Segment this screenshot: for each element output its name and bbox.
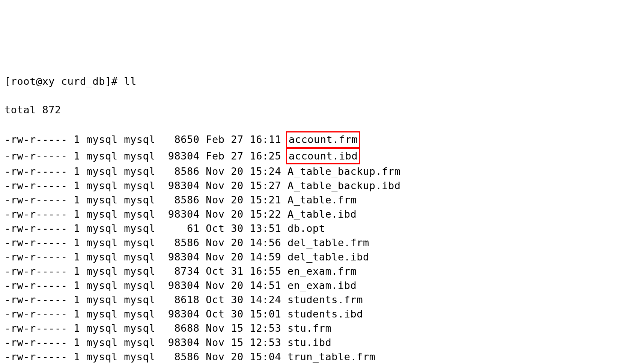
file-row: -rw-r----- 1 mysql mysql 8734 Oct 31 16:… (5, 264, 621, 278)
file-meta: -rw-r----- 1 mysql mysql 8586 Nov 20 15:… (5, 165, 287, 177)
shell-prompt: [root@xy curd_db]# (5, 75, 124, 87)
file-meta: -rw-r----- 1 mysql mysql 61 Oct 30 13:51 (5, 223, 287, 234)
file-meta: -rw-r----- 1 mysql mysql 98304 Nov 20 14… (5, 251, 287, 263)
prompt-line-1: [root@xy curd_db]# ll (5, 74, 621, 89)
file-name: students.frm (287, 294, 363, 305)
file-name: stu.frm (287, 322, 331, 334)
file-meta: -rw-r----- 1 mysql mysql 8618 Oct 30 14:… (5, 294, 287, 305)
terminal-window[interactable]: [root@xy curd_db]# ll total 872 -rw-r---… (5, 60, 621, 364)
file-name: A_table.frm (287, 194, 357, 206)
file-meta: -rw-r----- 1 mysql mysql 98304 Oct 30 15… (5, 308, 287, 320)
file-row: -rw-r----- 1 mysql mysql 98304 Nov 20 15… (5, 207, 621, 221)
file-name: en_exam.frm (287, 265, 357, 277)
file-meta: -rw-r----- 1 mysql mysql 98304 Nov 20 15… (5, 208, 287, 220)
file-row: -rw-r----- 1 mysql mysql 8586 Nov 20 15:… (5, 350, 621, 364)
file-meta: -rw-r----- 1 mysql mysql 8586 Nov 20 15:… (5, 194, 287, 206)
file-row: -rw-r----- 1 mysql mysql 8586 Nov 20 15:… (5, 193, 621, 207)
file-meta: -rw-r----- 1 mysql mysql 98304 Nov 20 14… (5, 280, 287, 291)
file-row: -rw-r----- 1 mysql mysql 98304 Feb 27 16… (5, 148, 621, 164)
file-meta: -rw-r----- 1 mysql mysql 98304 Nov 20 15… (5, 180, 287, 191)
file-name: A_table.ibd (287, 208, 357, 220)
file-name: students.ibd (287, 308, 363, 320)
file-row: -rw-r----- 1 mysql mysql 8586 Nov 20 15:… (5, 164, 621, 179)
file-name: db.opt (287, 223, 325, 234)
file-row: -rw-r----- 1 mysql mysql 8618 Oct 30 14:… (5, 293, 621, 307)
file-name: A_table_backup.ibd (287, 180, 401, 191)
file-row: -rw-r----- 1 mysql mysql 8650 Feb 27 16:… (5, 131, 621, 148)
file-meta: -rw-r----- 1 mysql mysql 8586 Nov 20 15:… (5, 351, 287, 362)
file-row: -rw-r----- 1 mysql mysql 98304 Nov 20 15… (5, 179, 621, 193)
file-listing: -rw-r----- 1 mysql mysql 8650 Feb 27 16:… (5, 131, 621, 364)
file-meta: -rw-r----- 1 mysql mysql 98304 Nov 15 12… (5, 337, 287, 348)
file-name: stu.ibd (287, 337, 331, 348)
file-meta: -rw-r----- 1 mysql mysql 8688 Nov 15 12:… (5, 322, 287, 334)
file-name: account.ibd (286, 148, 360, 164)
file-meta: -rw-r----- 1 mysql mysql 8650 Feb 27 16:… (5, 134, 287, 145)
file-row: -rw-r----- 1 mysql mysql 98304 Nov 20 14… (5, 278, 621, 293)
file-row: -rw-r----- 1 mysql mysql 98304 Oct 30 15… (5, 307, 621, 321)
file-row: -rw-r----- 1 mysql mysql 61 Oct 30 13:51… (5, 221, 621, 236)
file-name: trun_table.frm (287, 351, 376, 362)
command-ll: ll (124, 75, 137, 87)
file-row: -rw-r----- 1 mysql mysql 98304 Nov 20 14… (5, 250, 621, 264)
file-name: del_table.frm (287, 237, 369, 248)
file-row: -rw-r----- 1 mysql mysql 8688 Nov 15 12:… (5, 321, 621, 335)
file-meta: -rw-r----- 1 mysql mysql 8734 Oct 31 16:… (5, 265, 287, 277)
file-name: A_table_backup.frm (287, 165, 401, 177)
file-name: account.frm (286, 131, 360, 148)
total-line: total 872 (5, 103, 621, 117)
file-name: del_table.ibd (287, 251, 369, 263)
file-row: -rw-r----- 1 mysql mysql 8586 Nov 20 14:… (5, 236, 621, 250)
file-row: -rw-r----- 1 mysql mysql 98304 Nov 15 12… (5, 335, 621, 350)
file-meta: -rw-r----- 1 mysql mysql 8586 Nov 20 14:… (5, 237, 287, 248)
file-meta: -rw-r----- 1 mysql mysql 98304 Feb 27 16… (5, 150, 287, 162)
file-name: en_exam.ibd (287, 280, 357, 291)
